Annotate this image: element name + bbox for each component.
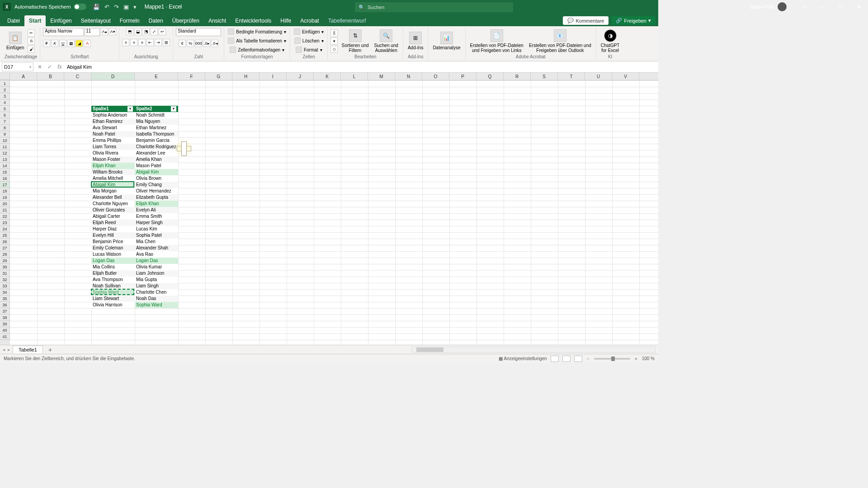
row-header-11[interactable]: 11	[0, 144, 10, 150]
table-cell[interactable]: Abigail Kim	[91, 182, 135, 188]
border-button[interactable]: ▦	[67, 40, 75, 47]
zoom-in-button[interactable]: ＋	[634, 356, 638, 362]
row-header-41[interactable]: 41	[0, 333, 10, 340]
copy-icon[interactable]: ⎘	[28, 38, 35, 45]
column-header-Q[interactable]: Q	[476, 73, 504, 80]
table-cell[interactable]: Liam Singh	[135, 283, 178, 289]
worksheet-grid[interactable]: ABCDEFGHIJKLMNOPQRSTUV 12345678910111213…	[0, 73, 658, 345]
table-cell[interactable]: Lucas Kim	[135, 226, 178, 232]
grow-font-icon[interactable]: A▴	[101, 28, 108, 35]
row-header-23[interactable]: 23	[0, 220, 10, 226]
row-header-24[interactable]: 24	[0, 226, 10, 232]
cell-styles-button[interactable]: Zellenformatvorlagen ▾	[229, 46, 285, 53]
tab-hilfe[interactable]: Hilfe	[276, 15, 296, 26]
row-header-16[interactable]: 16	[0, 175, 10, 182]
table-cell[interactable]: Sophia Anderson	[91, 112, 135, 118]
column-header-O[interactable]: O	[422, 73, 449, 80]
fill-color-button[interactable]: ◢	[75, 40, 83, 47]
table-cell[interactable]: Mason Foster	[91, 156, 135, 163]
table-cell[interactable]: Emily Chang	[135, 182, 178, 188]
table-cell[interactable]: Charlotte Chen	[135, 289, 178, 296]
table-cell[interactable]: Abigail Carter	[91, 213, 135, 220]
row-header-4[interactable]: 4	[0, 99, 10, 106]
tab-datei[interactable]: Datei	[3, 15, 24, 26]
name-box[interactable]: D17▾	[2, 62, 33, 71]
display-settings[interactable]: ▦ Anzeigeeinstellungen	[499, 356, 547, 361]
table-cell[interactable]: Elijah Khan	[91, 163, 135, 169]
font-color-button[interactable]: A	[84, 40, 91, 47]
undo-icon[interactable]: ↶	[104, 4, 109, 10]
column-header-U[interactable]: U	[585, 73, 612, 80]
orientation-icon[interactable]: ⤢	[151, 28, 158, 35]
table-cell[interactable]: Olivia Kumar	[135, 264, 178, 270]
zoom-slider[interactable]	[594, 358, 630, 360]
row-header-8[interactable]: 8	[0, 125, 10, 131]
wrap-text-icon[interactable]: ↩	[159, 28, 166, 35]
row-header-32[interactable]: 32	[0, 277, 10, 283]
font-size[interactable]: 11	[85, 28, 100, 36]
row-header-40[interactable]: 40	[0, 327, 10, 333]
table-cell[interactable]: Logan Das	[135, 258, 178, 264]
table-cell[interactable]: Noah Sullivan	[91, 283, 135, 289]
row-header-25[interactable]: 25	[0, 232, 10, 239]
row-header-6[interactable]: 6	[0, 112, 10, 118]
autosave-toggle[interactable]	[74, 4, 86, 10]
find-select-button[interactable]: 🔍Suchen und Auswählen	[373, 28, 400, 54]
select-all-corner[interactable]	[0, 73, 10, 80]
column-header-P[interactable]: P	[449, 73, 476, 80]
decrease-indent-icon[interactable]: ⇤	[146, 39, 154, 46]
tab-ueberpruefen[interactable]: Überprüfen	[168, 15, 204, 26]
row-header-22[interactable]: 22	[0, 213, 10, 220]
table-cell[interactable]: Elijah Khan	[135, 201, 178, 207]
column-header-K[interactable]: K	[314, 73, 341, 80]
zoom-level[interactable]: 100 %	[642, 356, 655, 361]
clear-icon[interactable]: ◇	[330, 46, 338, 53]
row-header-34[interactable]: 34	[0, 289, 10, 296]
table-cell[interactable]: Evelyn Ali	[135, 207, 178, 213]
row-header-18[interactable]: 18	[0, 188, 10, 194]
enter-icon[interactable]: ✓	[45, 62, 54, 71]
column-header-B[interactable]: B	[37, 73, 64, 80]
column-header-J[interactable]: J	[287, 73, 314, 80]
filter-dropdown-icon[interactable]: ▾	[127, 106, 133, 112]
column-header-R[interactable]: R	[504, 73, 531, 80]
camera-icon[interactable]: ▣	[123, 4, 129, 10]
table-cell[interactable]: Ava Stewart	[91, 125, 135, 131]
freigeben-button[interactable]: 🔗 Freigeben ▾	[611, 16, 656, 25]
table-cell[interactable]: Elizabeth Gupta	[135, 194, 178, 201]
row-header-27[interactable]: 27	[0, 245, 10, 251]
tab-start[interactable]: Start	[24, 15, 46, 26]
table-cell[interactable]: Benjamin Garcia	[135, 137, 178, 144]
row-header-21[interactable]: 21	[0, 207, 10, 213]
sheet-nav-next[interactable]: ▸	[8, 347, 10, 352]
delete-cells-button[interactable]: Löschen ▾	[293, 37, 325, 44]
table-cell[interactable]: Mia Nguyen	[135, 118, 178, 125]
percent-icon[interactable]: %	[187, 40, 194, 47]
thousand-icon[interactable]: 000	[195, 40, 202, 47]
tab-daten[interactable]: Daten	[144, 15, 168, 26]
table-cell[interactable]: Olivia Brown	[135, 175, 178, 182]
tab-tabellenentwurf[interactable]: Tabellenentwurf	[324, 15, 371, 26]
table-cell[interactable]: Mia Morgan	[91, 188, 135, 194]
row-header-35[interactable]: 35	[0, 296, 10, 302]
table-cell[interactable]: Mason Patel	[135, 163, 178, 169]
adobe-share-link-button[interactable]: 📄Erstellen von PDF-Dateien und Freigeben…	[468, 28, 525, 54]
table-cell[interactable]: Emily Coleman	[91, 245, 135, 251]
table-cell[interactable]: Harper Singh	[135, 220, 178, 226]
table-cell[interactable]: Sophia Ward	[135, 302, 178, 308]
sheet-tab-1[interactable]: Tabelle1	[13, 346, 43, 353]
row-header-5[interactable]: 5	[0, 106, 10, 112]
currency-icon[interactable]: €	[179, 40, 186, 47]
row-header-28[interactable]: 28	[0, 251, 10, 258]
decrease-decimal-icon[interactable]: .0◂	[211, 40, 218, 47]
font-select[interactable]: Aptos Narrow	[43, 28, 84, 36]
merge-button[interactable]: ⊞	[163, 39, 170, 46]
table-cell[interactable]: Ava Thompson	[91, 277, 135, 283]
column-header-C[interactable]: C	[64, 73, 91, 80]
row-header-38[interactable]: 38	[0, 314, 10, 321]
fx-icon[interactable]: fx	[55, 62, 64, 71]
horizontal-scrollbar[interactable]	[411, 347, 656, 353]
insert-cells-button[interactable]: Einfügen ▾	[293, 28, 325, 35]
row-header-17[interactable]: 17	[0, 182, 10, 188]
row-header-19[interactable]: 19	[0, 194, 10, 201]
